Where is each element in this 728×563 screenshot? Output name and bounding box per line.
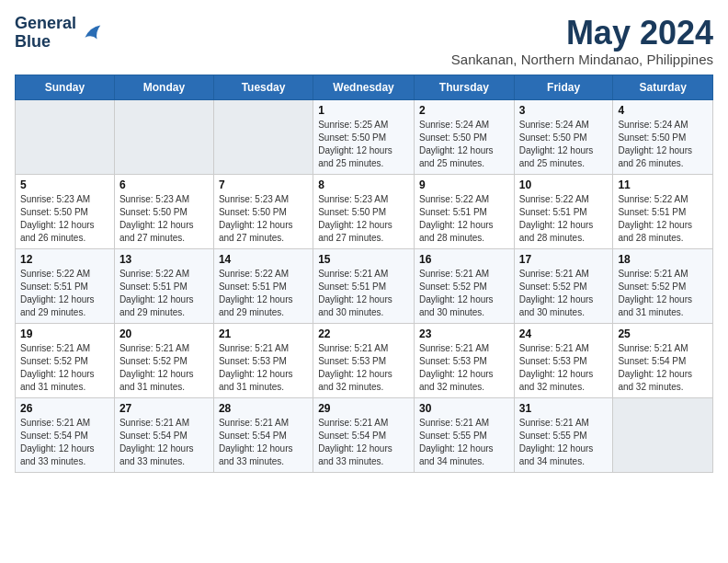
header-monday: Monday (114, 75, 213, 99)
day-info: Sunrise: 5:22 AM Sunset: 5:51 PM Dayligh… (419, 193, 509, 245)
calendar-cell: 26Sunrise: 5:21 AM Sunset: 5:54 PM Dayli… (16, 397, 115, 472)
day-info: Sunrise: 5:21 AM Sunset: 5:53 PM Dayligh… (318, 342, 409, 394)
day-info: Sunrise: 5:23 AM Sunset: 5:50 PM Dayligh… (219, 193, 308, 245)
day-info: Sunrise: 5:21 AM Sunset: 5:52 PM Dayligh… (419, 268, 509, 319)
day-number: 17 (519, 253, 609, 266)
calendar-cell: 18Sunrise: 5:21 AM Sunset: 5:52 PM Dayli… (613, 248, 713, 323)
calendar-cell: 30Sunrise: 5:21 AM Sunset: 5:55 PM Dayli… (414, 397, 514, 472)
day-info: Sunrise: 5:22 AM Sunset: 5:51 PM Dayligh… (618, 193, 708, 245)
calendar-cell: 5Sunrise: 5:23 AM Sunset: 5:50 PM Daylig… (16, 174, 115, 248)
calendar-cell: 17Sunrise: 5:21 AM Sunset: 5:52 PM Dayli… (514, 248, 613, 323)
day-number: 27 (119, 402, 209, 415)
day-number: 13 (119, 253, 209, 266)
calendar-cell: 14Sunrise: 5:22 AM Sunset: 5:51 PM Dayli… (213, 248, 313, 323)
day-info: Sunrise: 5:21 AM Sunset: 5:53 PM Dayligh… (219, 342, 308, 394)
calendar-cell: 8Sunrise: 5:23 AM Sunset: 5:50 PM Daylig… (313, 174, 415, 248)
day-info: Sunrise: 5:24 AM Sunset: 5:50 PM Dayligh… (419, 119, 509, 170)
day-number: 24 (519, 327, 609, 340)
calendar-cell: 22Sunrise: 5:21 AM Sunset: 5:53 PM Dayli… (313, 323, 415, 397)
day-info: Sunrise: 5:21 AM Sunset: 5:52 PM Dayligh… (519, 268, 609, 319)
day-number: 16 (419, 253, 509, 266)
day-number: 25 (618, 327, 708, 340)
header-friday: Friday (514, 75, 613, 99)
calendar-cell (213, 99, 313, 174)
header-thursday: Thursday (414, 75, 514, 99)
calendar-cell: 10Sunrise: 5:22 AM Sunset: 5:51 PM Dayli… (514, 174, 613, 248)
calendar-cell: 16Sunrise: 5:21 AM Sunset: 5:52 PM Dayli… (414, 248, 514, 323)
week-row-4: 19Sunrise: 5:21 AM Sunset: 5:52 PM Dayli… (16, 323, 713, 397)
day-number: 12 (20, 253, 109, 266)
day-info: Sunrise: 5:21 AM Sunset: 5:54 PM Dayligh… (618, 342, 708, 394)
week-row-2: 5Sunrise: 5:23 AM Sunset: 5:50 PM Daylig… (16, 174, 713, 248)
day-number: 30 (419, 402, 509, 415)
day-number: 3 (519, 104, 609, 117)
day-number: 4 (618, 104, 708, 117)
day-info: Sunrise: 5:22 AM Sunset: 5:51 PM Dayligh… (519, 193, 609, 245)
day-info: Sunrise: 5:22 AM Sunset: 5:51 PM Dayligh… (119, 268, 209, 319)
day-number: 20 (119, 327, 209, 340)
logo-text: GeneralBlue (15, 15, 76, 52)
week-row-5: 26Sunrise: 5:21 AM Sunset: 5:54 PM Dayli… (16, 397, 713, 472)
calendar-cell: 9Sunrise: 5:22 AM Sunset: 5:51 PM Daylig… (414, 174, 514, 248)
day-info: Sunrise: 5:21 AM Sunset: 5:55 PM Dayligh… (519, 417, 609, 468)
day-info: Sunrise: 5:21 AM Sunset: 5:54 PM Dayligh… (20, 417, 109, 468)
day-info: Sunrise: 5:21 AM Sunset: 5:55 PM Dayligh… (419, 417, 509, 468)
calendar-cell: 1Sunrise: 5:25 AM Sunset: 5:50 PM Daylig… (313, 99, 415, 174)
calendar-cell: 19Sunrise: 5:21 AM Sunset: 5:52 PM Dayli… (16, 323, 115, 397)
day-info: Sunrise: 5:22 AM Sunset: 5:51 PM Dayligh… (20, 268, 109, 319)
day-info: Sunrise: 5:24 AM Sunset: 5:50 PM Dayligh… (618, 119, 708, 170)
calendar-cell: 11Sunrise: 5:22 AM Sunset: 5:51 PM Dayli… (613, 174, 713, 248)
calendar-cell: 12Sunrise: 5:22 AM Sunset: 5:51 PM Dayli… (16, 248, 115, 323)
calendar-cell: 7Sunrise: 5:23 AM Sunset: 5:50 PM Daylig… (213, 174, 313, 248)
day-number: 19 (20, 327, 109, 340)
title-block: May 2024 Sankanan, Northern Mindanao, Ph… (451, 15, 713, 67)
day-info: Sunrise: 5:21 AM Sunset: 5:52 PM Dayligh… (618, 268, 708, 319)
calendar-cell: 25Sunrise: 5:21 AM Sunset: 5:54 PM Dayli… (613, 323, 713, 397)
day-number: 10 (519, 178, 609, 191)
day-number: 18 (618, 253, 708, 266)
day-number: 21 (219, 327, 308, 340)
calendar-cell (613, 397, 713, 472)
week-row-3: 12Sunrise: 5:22 AM Sunset: 5:51 PM Dayli… (16, 248, 713, 323)
month-title: May 2024 (451, 15, 713, 52)
day-number: 1 (318, 104, 409, 117)
header-tuesday: Tuesday (213, 75, 313, 99)
day-number: 31 (519, 402, 609, 415)
day-info: Sunrise: 5:21 AM Sunset: 5:52 PM Dayligh… (20, 342, 109, 394)
day-info: Sunrise: 5:23 AM Sunset: 5:50 PM Dayligh… (20, 193, 109, 245)
day-info: Sunrise: 5:24 AM Sunset: 5:50 PM Dayligh… (519, 119, 609, 170)
day-number: 2 (419, 104, 509, 117)
day-info: Sunrise: 5:23 AM Sunset: 5:50 PM Dayligh… (119, 193, 209, 245)
day-number: 26 (20, 402, 109, 415)
day-number: 11 (618, 178, 708, 191)
calendar-cell: 6Sunrise: 5:23 AM Sunset: 5:50 PM Daylig… (114, 174, 213, 248)
day-info: Sunrise: 5:21 AM Sunset: 5:53 PM Dayligh… (419, 342, 509, 394)
day-info: Sunrise: 5:25 AM Sunset: 5:50 PM Dayligh… (318, 119, 409, 170)
calendar-cell: 2Sunrise: 5:24 AM Sunset: 5:50 PM Daylig… (414, 99, 514, 174)
day-number: 15 (318, 253, 409, 266)
header-saturday: Saturday (613, 75, 713, 99)
day-info: Sunrise: 5:23 AM Sunset: 5:50 PM Dayligh… (318, 193, 409, 245)
calendar-cell: 20Sunrise: 5:21 AM Sunset: 5:52 PM Dayli… (114, 323, 213, 397)
calendar-cell: 3Sunrise: 5:24 AM Sunset: 5:50 PM Daylig… (514, 99, 613, 174)
day-number: 28 (219, 402, 308, 415)
day-number: 6 (119, 178, 209, 191)
location-subtitle: Sankanan, Northern Mindanao, Philippines (451, 52, 713, 67)
day-info: Sunrise: 5:21 AM Sunset: 5:53 PM Dayligh… (519, 342, 609, 394)
calendar-cell: 15Sunrise: 5:21 AM Sunset: 5:51 PM Dayli… (313, 248, 415, 323)
day-info: Sunrise: 5:21 AM Sunset: 5:52 PM Dayligh… (119, 342, 209, 394)
logo: GeneralBlue (15, 15, 104, 52)
calendar-cell: 29Sunrise: 5:21 AM Sunset: 5:54 PM Dayli… (313, 397, 415, 472)
calendar-table: SundayMondayTuesdayWednesdayThursdayFrid… (15, 75, 713, 473)
week-row-1: 1Sunrise: 5:25 AM Sunset: 5:50 PM Daylig… (16, 99, 713, 174)
logo-bird-icon (78, 20, 104, 46)
day-number: 22 (318, 327, 409, 340)
day-number: 29 (318, 402, 409, 415)
calendar-cell: 4Sunrise: 5:24 AM Sunset: 5:50 PM Daylig… (613, 99, 713, 174)
day-info: Sunrise: 5:21 AM Sunset: 5:54 PM Dayligh… (219, 417, 308, 468)
day-number: 8 (318, 178, 409, 191)
header-sunday: Sunday (16, 75, 115, 99)
calendar-cell: 24Sunrise: 5:21 AM Sunset: 5:53 PM Dayli… (514, 323, 613, 397)
day-number: 23 (419, 327, 509, 340)
calendar-cell: 13Sunrise: 5:22 AM Sunset: 5:51 PM Dayli… (114, 248, 213, 323)
